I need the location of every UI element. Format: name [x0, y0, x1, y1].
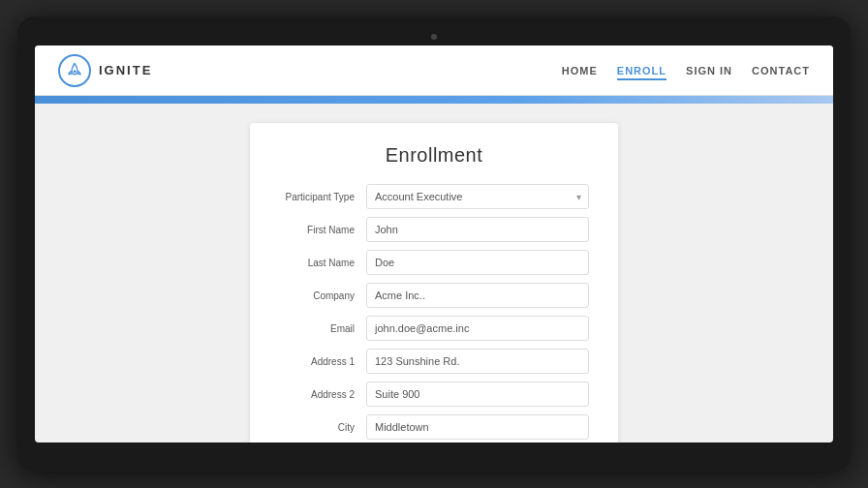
last-name-input[interactable] [366, 250, 589, 275]
label-address1: Address 1 [279, 356, 366, 367]
enrollment-form-card: Enrollment Participant Type Account Exec… [250, 123, 618, 442]
logo-icon [58, 54, 91, 87]
camera-dot [431, 34, 437, 40]
label-participant-type: Participant Type [279, 192, 366, 202]
site-content: Enrollment Participant Type Account Exec… [35, 104, 833, 442]
monitor-frame: IGNITE HOME ENROLL SIGN IN CONTACT Enrol… [17, 16, 851, 472]
company-input[interactable] [366, 283, 589, 308]
form-title: Enrollment [279, 144, 589, 167]
label-email: Email [279, 323, 366, 334]
field-company: Company [279, 283, 589, 308]
city-input[interactable] [366, 414, 589, 440]
label-first-name: First Name [279, 225, 366, 235]
logo-area: IGNITE [58, 54, 152, 87]
field-city: City [279, 414, 589, 440]
label-last-name: Last Name [279, 258, 366, 268]
site-header: IGNITE HOME ENROLL SIGN IN CONTACT [35, 46, 833, 96]
nav-links: HOME ENROLL SIGN IN CONTACT [562, 65, 810, 76]
logo-text: IGNITE [99, 63, 152, 77]
accent-bar [35, 96, 833, 104]
label-company: Company [279, 290, 366, 301]
monitor-screen: IGNITE HOME ENROLL SIGN IN CONTACT Enrol… [35, 46, 833, 442]
participant-type-wrapper: Account Executive [366, 184, 589, 209]
website: IGNITE HOME ENROLL SIGN IN CONTACT Enrol… [35, 46, 833, 442]
svg-point-0 [74, 70, 77, 73]
field-first-name: First Name [279, 217, 589, 242]
field-last-name: Last Name [279, 250, 589, 275]
participant-type-select[interactable]: Account Executive [366, 184, 589, 209]
first-name-input[interactable] [366, 217, 589, 242]
nav-enroll[interactable]: ENROLL [617, 65, 666, 76]
nav-signin[interactable]: SIGN IN [686, 65, 732, 76]
field-address2: Address 2 [279, 381, 589, 407]
email-input[interactable] [366, 316, 589, 341]
address2-input[interactable] [366, 381, 589, 407]
field-address1: Address 1 [279, 349, 589, 374]
label-address2: Address 2 [279, 389, 366, 400]
field-participant-type: Participant Type Account Executive [279, 184, 589, 209]
nav-home[interactable]: HOME [562, 65, 598, 76]
nav-contact[interactable]: CONTACT [752, 65, 810, 76]
label-city: City [279, 422, 366, 433]
address1-input[interactable] [366, 349, 589, 374]
field-email: Email [279, 316, 589, 341]
